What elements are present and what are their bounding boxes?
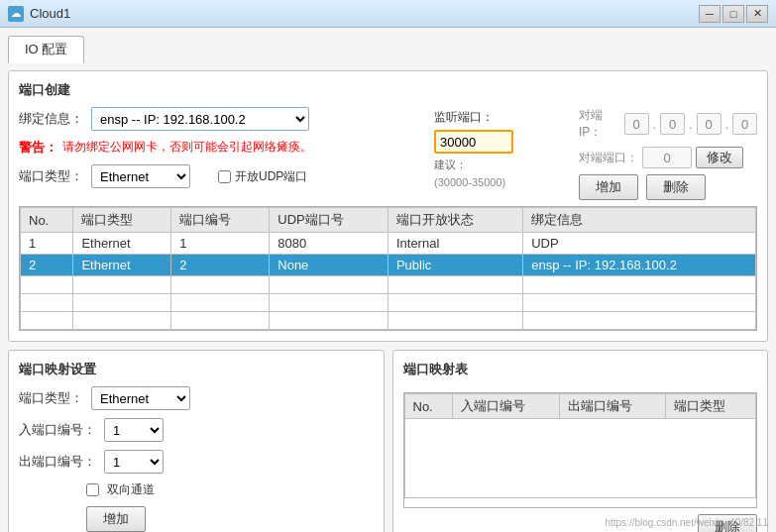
table-row-empty <box>21 312 756 330</box>
bind-info-label: 绑定信息： <box>19 110 83 128</box>
mcol-type: 端口类型 <box>666 394 756 419</box>
mapping-add-row: 增加 <box>19 506 374 532</box>
warning-label: 警告： <box>19 139 58 157</box>
bidirectional-label: 双向通道 <box>107 481 155 498</box>
in-port-row: 入端口编号： 1 <box>19 418 374 442</box>
table-row-empty <box>21 294 756 312</box>
port-creation-title: 端口创建 <box>19 81 757 99</box>
mapping-add-button[interactable]: 增加 <box>86 506 146 532</box>
suggest-text: (30000-35000) <box>434 176 563 188</box>
table-row[interactable]: 1Ethernet18080InternalUDP <box>21 233 756 255</box>
col-type: 端口类型 <box>73 208 171 233</box>
close-button[interactable]: ✕ <box>746 5 768 23</box>
peer-port-label: 对端端口： <box>579 150 638 166</box>
mapping-type-label: 端口类型： <box>19 389 83 407</box>
bottom-section: 端口映射设置 端口类型： Ethernet 入端口编号： 1 出端口编号： 1 <box>8 350 768 532</box>
col-port-num: 端口编号 <box>171 208 270 233</box>
modify-button[interactable]: 修改 <box>696 147 743 168</box>
delete-port-button[interactable]: 删除 <box>646 174 706 200</box>
mapping-table: No. 入端口编号 出端口编号 端口类型 <box>404 393 757 498</box>
form-middle: 监听端口： 建议： (30000-35000) <box>434 107 563 200</box>
table-row <box>404 419 756 498</box>
mcol-out: 出端口编号 <box>559 394 666 419</box>
ip-octet-4: 0 <box>732 113 757 135</box>
peer-port-row: 对端端口： 0 修改 <box>579 147 757 168</box>
peer-ip-row: 对端IP： 0 . 0 . 0 . 0 <box>579 107 757 141</box>
ip-octet-1: 0 <box>624 113 649 135</box>
ip-octet-2: 0 <box>660 113 685 135</box>
add-delete-row: 增加 删除 <box>579 174 757 200</box>
mapping-header: No. 入端口编号 出端口编号 端口类型 <box>404 394 756 419</box>
table-header: No. 端口类型 端口编号 UDP端口号 端口开放状态 绑定信息 <box>21 208 756 233</box>
col-status: 端口开放状态 <box>388 208 522 233</box>
bottom-url: https://blog.csdn.net/weixin_40/82 11 <box>605 517 768 528</box>
in-port-label: 入端口编号： <box>19 421 96 439</box>
mapping-type-select[interactable]: Ethernet <box>91 386 190 410</box>
window-title: Cloud1 <box>30 6 699 21</box>
port-mapping-settings-section: 端口映射设置 端口类型： Ethernet 入端口编号： 1 出端口编号： 1 <box>8 350 385 532</box>
mapping-type-row: 端口类型： Ethernet <box>19 386 374 410</box>
title-bar: ☁ Cloud1 ─ □ ✕ <box>0 0 776 28</box>
udp-label: 开放UDP端口 <box>235 168 307 185</box>
port-mapping-settings-title: 端口映射设置 <box>19 361 374 378</box>
warning-text: 请勿绑定公网网卡，否则可能会引起网络瘫痪。 <box>62 139 312 156</box>
warning-row: 警告： 请勿绑定公网网卡，否则可能会引起网络瘫痪。 <box>19 139 418 157</box>
listen-port-input[interactable] <box>434 130 513 154</box>
window-controls: ─ □ ✕ <box>699 5 768 23</box>
mapping-table-container: No. 入端口编号 出端口编号 端口类型 <box>403 392 758 508</box>
form-right: 对端IP： 0 . 0 . 0 . 0 对端端口： 0 修改 增加 <box>579 107 757 200</box>
out-port-row: 出端口编号： 1 <box>19 450 374 474</box>
bidirectional-checkbox[interactable] <box>86 483 99 496</box>
port-creation-form: 绑定信息： ensp -- IP: 192.168.100.2 警告： 请勿绑定… <box>19 107 757 200</box>
listen-port-label: 监听端口： <box>434 109 563 126</box>
udp-checkbox[interactable] <box>218 170 231 183</box>
table-row-empty <box>21 276 756 294</box>
table-body: 1Ethernet18080InternalUDP2Ethernet2NoneP… <box>21 233 756 330</box>
port-table-container: No. 端口类型 端口编号 UDP端口号 端口开放状态 绑定信息 1Ethern… <box>19 206 757 331</box>
suggest-label: 建议： <box>434 158 563 172</box>
peer-port-value: 0 <box>642 147 692 168</box>
col-bind: 绑定信息 <box>523 208 756 233</box>
mapping-table-body <box>404 419 756 498</box>
add-port-button[interactable]: 增加 <box>579 174 638 200</box>
bind-info-select[interactable]: ensp -- IP: 192.168.100.2 <box>91 107 309 131</box>
port-type-label: 端口类型： <box>19 167 83 185</box>
port-creation-section: 端口创建 绑定信息： ensp -- IP: 192.168.100.2 警告：… <box>8 70 768 342</box>
peer-ip-label: 对端IP： <box>579 107 620 141</box>
port-type-row: 端口类型： Ethernet 开放UDP端口 <box>19 164 418 188</box>
form-left: 绑定信息： ensp -- IP: 192.168.100.2 警告： 请勿绑定… <box>19 107 418 200</box>
out-port-label: 出端口编号： <box>19 453 96 471</box>
in-port-select[interactable]: 1 <box>104 418 164 442</box>
port-type-select[interactable]: Ethernet <box>91 164 190 188</box>
tab-io-config[interactable]: IO 配置 <box>8 36 84 63</box>
ip-octet-3: 0 <box>697 113 721 135</box>
bidirectional-row: 双向通道 <box>19 481 374 498</box>
out-port-select[interactable]: 1 <box>104 450 164 474</box>
mapping-header-row: No. 入端口编号 出端口编号 端口类型 <box>404 394 756 419</box>
col-no: No. <box>21 208 73 233</box>
port-mapping-table-section: 端口映射表 No. 入端口编号 出端口编号 端口类型 <box>392 350 769 532</box>
tab-bar: IO 配置 <box>8 36 768 62</box>
udp-checkbox-row: 开放UDP端口 <box>218 168 307 185</box>
table-row[interactable]: 2Ethernet2NonePublicensp -- IP: 192.168.… <box>21 255 756 276</box>
header-row: No. 端口类型 端口编号 UDP端口号 端口开放状态 绑定信息 <box>21 208 756 233</box>
main-content: IO 配置 端口创建 绑定信息： ensp -- IP: 192.168.100… <box>0 28 776 532</box>
minimize-button[interactable]: ─ <box>699 5 721 23</box>
mcol-in: 入端口编号 <box>453 394 560 419</box>
app-icon: ☁ <box>8 6 24 22</box>
col-udp-port: UDP端口号 <box>270 208 388 233</box>
bind-info-row: 绑定信息： ensp -- IP: 192.168.100.2 <box>19 107 418 131</box>
port-table: No. 端口类型 端口编号 UDP端口号 端口开放状态 绑定信息 1Ethern… <box>20 207 756 330</box>
mcol-no: No. <box>404 394 453 419</box>
maximize-button[interactable]: □ <box>722 5 744 23</box>
port-mapping-table-title: 端口映射表 <box>403 361 758 378</box>
